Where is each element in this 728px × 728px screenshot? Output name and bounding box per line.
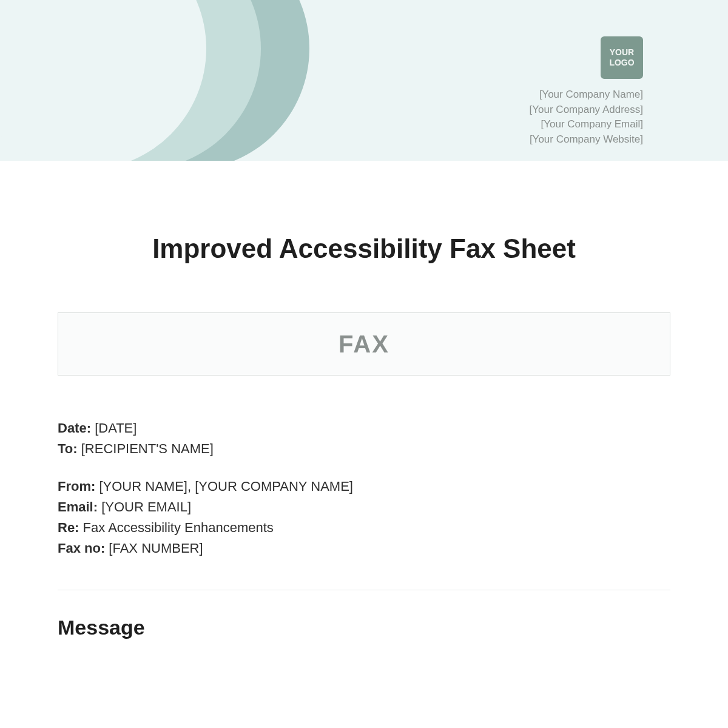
logo-text-line2: LOGO <box>609 58 634 67</box>
company-info-block: YOUR LOGO [Your Company Name] [Your Comp… <box>530 36 643 147</box>
document-content: Improved Accessibility Fax Sheet FAX Dat… <box>0 234 728 639</box>
field-re-label: Re: <box>58 520 79 535</box>
field-group-sender: From: [YOUR NAME], [YOUR COMPANY NAME] E… <box>58 476 670 559</box>
field-re: Re: Fax Accessibility Enhancements <box>58 517 670 538</box>
field-email-value: [YOUR EMAIL] <box>101 499 191 514</box>
field-date-value: [DATE] <box>95 420 136 436</box>
field-to-value: [RECIPIENT'S NAME] <box>81 441 214 456</box>
header-band: YOUR LOGO [Your Company Name] [Your Comp… <box>0 0 728 161</box>
logo-placeholder: YOUR LOGO <box>601 36 643 79</box>
field-email: Email: [YOUR EMAIL] <box>58 497 670 517</box>
logo-text-line1: YOUR <box>610 47 634 57</box>
document-title: Improved Accessibility Fax Sheet <box>58 234 670 264</box>
fax-fields: Date: [DATE] To: [RECIPIENT'S NAME] From… <box>58 418 670 559</box>
section-divider <box>58 590 670 590</box>
field-to-label: To: <box>58 441 78 456</box>
field-group-recipient: Date: [DATE] To: [RECIPIENT'S NAME] <box>58 418 670 459</box>
field-faxno-value: [FAX NUMBER] <box>109 541 203 556</box>
field-from-value: [YOUR NAME], [YOUR COMPANY NAME] <box>99 479 352 494</box>
field-faxno: Fax no: [FAX NUMBER] <box>58 538 670 559</box>
company-lines: [Your Company Name] [Your Company Addres… <box>530 87 643 147</box>
field-from: From: [YOUR NAME], [YOUR COMPANY NAME] <box>58 476 670 497</box>
field-from-label: From: <box>58 479 95 494</box>
field-to: To: [RECIPIENT'S NAME] <box>58 439 670 459</box>
message-heading: Message <box>58 616 670 639</box>
company-name: [Your Company Name] <box>530 87 643 103</box>
fax-banner-label: FAX <box>339 331 389 358</box>
field-date: Date: [DATE] <box>58 418 670 439</box>
fax-banner-box: FAX <box>58 312 670 376</box>
field-re-value: Fax Accessibility Enhancements <box>83 520 274 535</box>
field-faxno-label: Fax no: <box>58 541 105 556</box>
field-email-label: Email: <box>58 499 98 514</box>
company-address: [Your Company Address] <box>530 103 643 118</box>
company-email: [Your Company Email] <box>530 117 643 132</box>
company-website: [Your Company Website] <box>530 132 643 147</box>
field-date-label: Date: <box>58 420 91 436</box>
